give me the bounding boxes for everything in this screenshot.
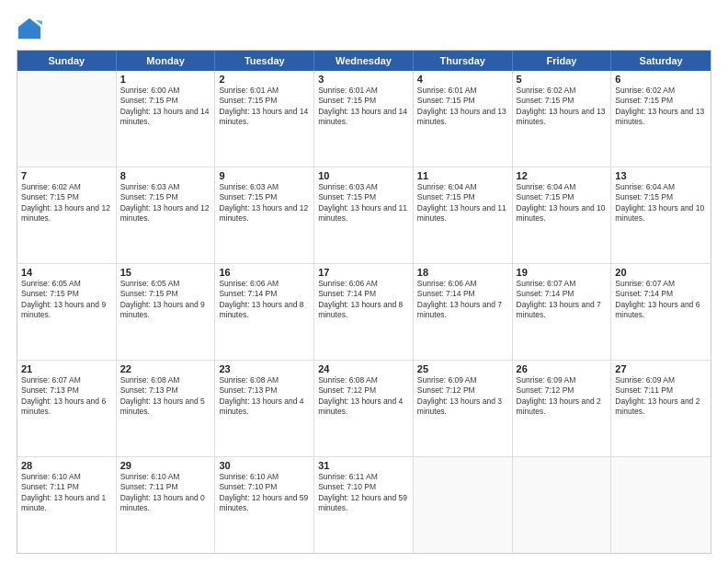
day-number: 6: [615, 74, 707, 85]
day-number: 25: [417, 363, 508, 374]
cell-info: Sunrise: 6:03 AM Sunset: 7:15 PM Dayligh…: [318, 182, 409, 224]
cal-cell-r2c0: 14Sunrise: 6:05 AM Sunset: 7:15 PM Dayli…: [17, 264, 117, 360]
cal-cell-r2c5: 19Sunrise: 6:07 AM Sunset: 7:14 PM Dayli…: [513, 264, 612, 360]
cell-info: Sunrise: 6:07 AM Sunset: 7:14 PM Dayligh…: [615, 279, 707, 321]
cal-cell-r3c5: 26Sunrise: 6:09 AM Sunset: 7:12 PM Dayli…: [513, 361, 612, 456]
cell-info: Sunrise: 6:01 AM Sunset: 7:15 PM Dayligh…: [219, 86, 310, 128]
cal-cell-r3c1: 22Sunrise: 6:08 AM Sunset: 7:13 PM Dayli…: [117, 361, 216, 456]
logo: [17, 17, 46, 42]
cell-info: Sunrise: 6:04 AM Sunset: 7:15 PM Dayligh…: [417, 182, 508, 224]
cal-cell-r0c2: 2Sunrise: 6:01 AM Sunset: 7:15 PM Daylig…: [215, 71, 314, 167]
cal-cell-r3c6: 27Sunrise: 6:09 AM Sunset: 7:11 PM Dayli…: [611, 361, 711, 456]
day-number: 5: [517, 74, 608, 85]
cell-info: Sunrise: 6:07 AM Sunset: 7:14 PM Dayligh…: [517, 279, 608, 321]
cal-cell-r1c5: 12Sunrise: 6:04 AM Sunset: 7:15 PM Dayli…: [513, 167, 612, 263]
day-number: 22: [120, 363, 211, 374]
cell-info: Sunrise: 6:09 AM Sunset: 7:12 PM Dayligh…: [517, 375, 608, 418]
header-day-friday: Friday: [513, 51, 612, 71]
calendar-row-4: 28Sunrise: 6:10 AM Sunset: 7:11 PM Dayli…: [17, 457, 711, 553]
calendar: SundayMondayTuesdayWednesdayThursdayFrid…: [17, 50, 711, 554]
header-day-thursday: Thursday: [414, 51, 513, 71]
cell-info: Sunrise: 6:06 AM Sunset: 7:14 PM Dayligh…: [318, 279, 409, 321]
header-day-tuesday: Tuesday: [215, 51, 314, 71]
cal-cell-r2c3: 17Sunrise: 6:06 AM Sunset: 7:14 PM Dayli…: [314, 264, 414, 360]
day-number: 17: [318, 267, 409, 278]
cell-info: Sunrise: 6:09 AM Sunset: 7:12 PM Dayligh…: [417, 375, 508, 418]
cal-cell-r2c1: 15Sunrise: 6:05 AM Sunset: 7:15 PM Dayli…: [117, 264, 216, 360]
calendar-row-1: 7Sunrise: 6:02 AM Sunset: 7:15 PM Daylig…: [17, 167, 711, 264]
day-number: 24: [318, 363, 409, 374]
cell-info: Sunrise: 6:08 AM Sunset: 7:13 PM Dayligh…: [120, 375, 211, 418]
day-number: 7: [21, 170, 112, 181]
cal-cell-r4c1: 29Sunrise: 6:10 AM Sunset: 7:11 PM Dayli…: [117, 457, 216, 553]
cal-cell-r3c2: 23Sunrise: 6:08 AM Sunset: 7:13 PM Dayli…: [215, 361, 314, 456]
cell-info: Sunrise: 6:05 AM Sunset: 7:15 PM Dayligh…: [120, 279, 211, 321]
cal-cell-r4c5: [513, 457, 612, 553]
day-number: 29: [120, 460, 211, 471]
day-number: 30: [219, 460, 310, 471]
cell-info: Sunrise: 6:06 AM Sunset: 7:14 PM Dayligh…: [417, 279, 508, 321]
day-number: 2: [219, 74, 310, 85]
day-number: 11: [417, 170, 508, 181]
cal-cell-r4c0: 28Sunrise: 6:10 AM Sunset: 7:11 PM Dayli…: [17, 457, 117, 553]
header: [17, 17, 711, 42]
header-day-monday: Monday: [117, 51, 216, 71]
cal-cell-r2c2: 16Sunrise: 6:06 AM Sunset: 7:14 PM Dayli…: [215, 264, 314, 360]
cell-info: Sunrise: 6:06 AM Sunset: 7:14 PM Dayligh…: [219, 279, 310, 321]
day-number: 4: [417, 74, 508, 85]
calendar-row-0: 1Sunrise: 6:00 AM Sunset: 7:15 PM Daylig…: [17, 71, 711, 167]
cal-cell-r0c6: 6Sunrise: 6:02 AM Sunset: 7:15 PM Daylig…: [611, 71, 711, 167]
cal-cell-r4c2: 30Sunrise: 6:10 AM Sunset: 7:10 PM Dayli…: [215, 457, 314, 553]
cell-info: Sunrise: 6:05 AM Sunset: 7:15 PM Dayligh…: [21, 279, 112, 321]
cal-cell-r1c2: 9Sunrise: 6:03 AM Sunset: 7:15 PM Daylig…: [215, 167, 314, 263]
cal-cell-r4c6: [611, 457, 711, 553]
svg-marker-1: [19, 21, 40, 39]
cal-cell-r1c6: 13Sunrise: 6:04 AM Sunset: 7:15 PM Dayli…: [611, 167, 711, 263]
cal-cell-r3c0: 21Sunrise: 6:07 AM Sunset: 7:13 PM Dayli…: [17, 361, 117, 456]
calendar-body: 1Sunrise: 6:00 AM Sunset: 7:15 PM Daylig…: [17, 71, 711, 553]
cell-info: Sunrise: 6:09 AM Sunset: 7:11 PM Dayligh…: [615, 375, 707, 418]
cal-cell-r4c3: 31Sunrise: 6:11 AM Sunset: 7:10 PM Dayli…: [314, 457, 414, 553]
day-number: 31: [318, 460, 409, 471]
day-number: 3: [318, 74, 409, 85]
cell-info: Sunrise: 6:08 AM Sunset: 7:13 PM Dayligh…: [219, 375, 310, 418]
cal-cell-r0c4: 4Sunrise: 6:01 AM Sunset: 7:15 PM Daylig…: [414, 71, 513, 167]
day-number: 23: [219, 363, 310, 374]
day-number: 19: [517, 267, 608, 278]
day-number: 1: [120, 74, 211, 85]
cal-cell-r1c1: 8Sunrise: 6:03 AM Sunset: 7:15 PM Daylig…: [117, 167, 216, 263]
day-number: 9: [219, 170, 310, 181]
calendar-row-3: 21Sunrise: 6:07 AM Sunset: 7:13 PM Dayli…: [17, 361, 711, 457]
cal-cell-r2c4: 18Sunrise: 6:06 AM Sunset: 7:14 PM Dayli…: [414, 264, 513, 360]
cal-cell-r2c6: 20Sunrise: 6:07 AM Sunset: 7:14 PM Dayli…: [611, 264, 711, 360]
cell-info: Sunrise: 6:10 AM Sunset: 7:11 PM Dayligh…: [120, 472, 211, 514]
day-number: 10: [318, 170, 409, 181]
day-number: 13: [615, 170, 707, 181]
day-number: 20: [615, 267, 707, 278]
page: SundayMondayTuesdayWednesdayThursdayFrid…: [0, 0, 728, 563]
day-number: 16: [219, 267, 310, 278]
header-day-wednesday: Wednesday: [314, 51, 414, 71]
cal-cell-r4c4: [414, 457, 513, 553]
cell-info: Sunrise: 6:02 AM Sunset: 7:15 PM Dayligh…: [615, 86, 707, 128]
calendar-header: SundayMondayTuesdayWednesdayThursdayFrid…: [17, 51, 711, 71]
cal-cell-r0c0: [17, 71, 117, 167]
cell-info: Sunrise: 6:08 AM Sunset: 7:12 PM Dayligh…: [318, 375, 409, 418]
cell-info: Sunrise: 6:02 AM Sunset: 7:15 PM Dayligh…: [517, 86, 608, 128]
day-number: 15: [120, 267, 211, 278]
cal-cell-r0c3: 3Sunrise: 6:01 AM Sunset: 7:15 PM Daylig…: [314, 71, 414, 167]
cell-info: Sunrise: 6:10 AM Sunset: 7:10 PM Dayligh…: [219, 472, 310, 514]
cell-info: Sunrise: 6:04 AM Sunset: 7:15 PM Dayligh…: [517, 182, 608, 224]
day-number: 12: [517, 170, 608, 181]
cell-info: Sunrise: 6:01 AM Sunset: 7:15 PM Dayligh…: [318, 86, 409, 128]
day-number: 27: [615, 363, 707, 374]
cell-info: Sunrise: 6:00 AM Sunset: 7:15 PM Dayligh…: [120, 86, 211, 128]
day-number: 28: [21, 460, 112, 471]
cal-cell-r0c1: 1Sunrise: 6:00 AM Sunset: 7:15 PM Daylig…: [117, 71, 216, 167]
cell-info: Sunrise: 6:01 AM Sunset: 7:15 PM Dayligh…: [417, 86, 508, 128]
cal-cell-r1c4: 11Sunrise: 6:04 AM Sunset: 7:15 PM Dayli…: [414, 167, 513, 263]
cal-cell-r0c5: 5Sunrise: 6:02 AM Sunset: 7:15 PM Daylig…: [513, 71, 612, 167]
cell-info: Sunrise: 6:10 AM Sunset: 7:11 PM Dayligh…: [21, 472, 112, 514]
day-number: 21: [21, 363, 112, 374]
calendar-row-2: 14Sunrise: 6:05 AM Sunset: 7:15 PM Dayli…: [17, 264, 711, 361]
